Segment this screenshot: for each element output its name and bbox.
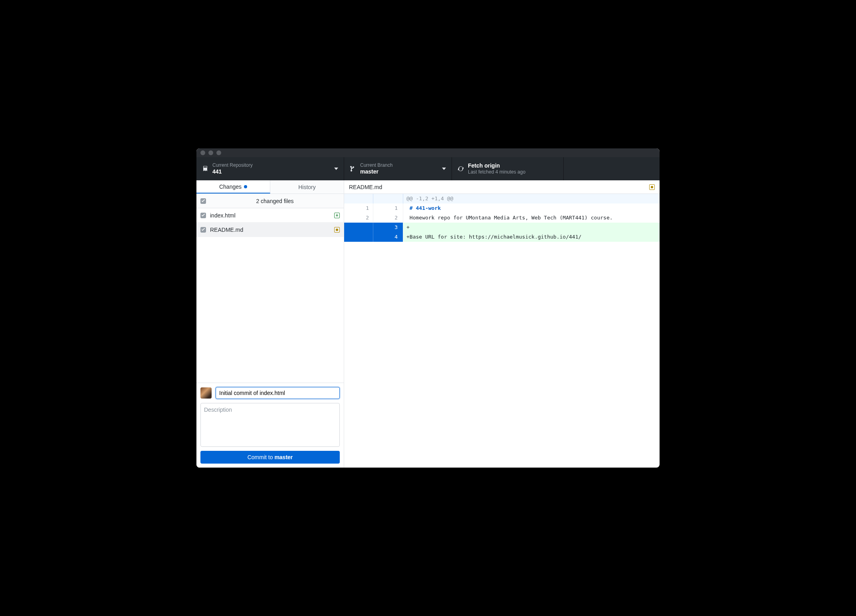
file-row-checkbox[interactable]	[200, 213, 206, 218]
new-line-number: 1	[373, 203, 402, 213]
changes-count: 2 changed files	[210, 198, 340, 204]
file-list: index.html+README.md	[196, 208, 344, 383]
file-row[interactable]: README.md	[196, 223, 344, 237]
diff-gutter: 22	[344, 213, 403, 223]
diff-gutter: 4	[344, 232, 403, 242]
file-row[interactable]: index.html+	[196, 208, 344, 223]
check-icon	[201, 213, 205, 217]
repo-name: 441	[212, 168, 253, 175]
chevron-down-icon	[334, 168, 338, 170]
new-line-number: 2	[373, 213, 402, 223]
tab-history-label: History	[298, 184, 316, 190]
fetch-subtitle: Last fetched 4 minutes ago	[468, 169, 525, 175]
old-line-number	[344, 194, 373, 203]
sidebar-tabs: Changes History	[196, 180, 344, 194]
changes-header: 2 changed files	[196, 194, 344, 208]
tab-changes-label: Changes	[219, 184, 242, 190]
commit-summary-input[interactable]	[216, 387, 340, 399]
repo-icon	[202, 166, 208, 172]
repo-label: Current Repository	[212, 162, 253, 168]
file-row-name: index.html	[210, 212, 330, 219]
app-window: Current Repository 441 Current Branch ma…	[196, 148, 660, 468]
diff-line[interactable]: 22 Homework repo for UMontana Media Arts…	[344, 213, 660, 223]
select-all-checkbox[interactable]	[200, 198, 206, 204]
branch-dropdown[interactable]: Current Branch master	[344, 157, 452, 180]
chevron-down-icon	[442, 168, 446, 170]
tab-history[interactable]: History	[270, 180, 344, 193]
branch-icon	[350, 166, 356, 172]
repo-dropdown[interactable]: Current Repository 441	[196, 157, 344, 180]
changes-indicator-dot	[244, 185, 247, 188]
diff-code: # 441-work	[403, 203, 660, 213]
branch-label: Current Branch	[360, 162, 392, 168]
new-line-number: 3	[373, 223, 402, 232]
fetch-button[interactable]: Fetch origin Last fetched 4 minutes ago	[452, 157, 564, 180]
titlebar[interactable]	[196, 148, 660, 157]
diff-gutter: 3	[344, 223, 403, 232]
diff-code: +	[403, 223, 660, 232]
old-line-number: 2	[344, 213, 373, 223]
file-row-name: README.md	[210, 227, 330, 233]
modified-badge	[334, 227, 340, 233]
diff-file-status-badge	[649, 184, 655, 190]
new-line-number: 4	[373, 232, 402, 242]
commit-button-prefix: Commit to	[248, 454, 275, 460]
minimize-window-button[interactable]	[208, 150, 213, 155]
commit-description-input[interactable]	[200, 403, 340, 447]
diff-code: @@ -1,2 +1,4 @@	[403, 194, 660, 203]
new-line-number	[373, 194, 402, 203]
tab-changes[interactable]: Changes	[196, 180, 270, 193]
sidebar: Changes History 2 changed files index.ht…	[196, 180, 344, 468]
added-badge: +	[334, 213, 340, 218]
diff-gutter: 11	[344, 203, 403, 213]
diff-line[interactable]: 3+	[344, 223, 660, 232]
old-line-number	[344, 223, 373, 232]
file-row-checkbox[interactable]	[200, 227, 206, 233]
avatar	[200, 387, 212, 399]
toolbar: Current Repository 441 Current Branch ma…	[196, 157, 660, 180]
diff-header: README.md	[344, 180, 660, 194]
old-line-number	[344, 232, 373, 242]
close-window-button[interactable]	[200, 150, 205, 155]
old-line-number: 1	[344, 203, 373, 213]
check-icon	[201, 228, 205, 232]
diff-line[interactable]: 11 # 441-work	[344, 203, 660, 213]
check-icon	[201, 199, 205, 203]
diff-filename: README.md	[349, 184, 382, 190]
commit-button[interactable]: Commit to master	[200, 451, 340, 464]
toolbar-trailing	[564, 157, 660, 180]
diff-line[interactable]: 4+Base URL for site: https://michaelmusi…	[344, 232, 660, 242]
diff-panel: README.md @@ -1,2 +1,4 @@11 # 441-work22…	[344, 180, 660, 468]
sync-icon	[458, 166, 464, 172]
fetch-title: Fetch origin	[468, 162, 525, 169]
diff-gutter	[344, 194, 403, 203]
diff-code: Homework repo for UMontana Media Arts, W…	[403, 213, 660, 223]
branch-name: master	[360, 168, 392, 175]
diff-body[interactable]: @@ -1,2 +1,4 @@11 # 441-work22 Homework …	[344, 194, 660, 468]
commit-panel: Commit to master	[196, 383, 344, 468]
commit-button-branch: master	[274, 454, 293, 460]
diff-code: +Base URL for site: https://michaelmusic…	[403, 232, 660, 242]
zoom-window-button[interactable]	[216, 150, 221, 155]
diff-line[interactable]: @@ -1,2 +1,4 @@	[344, 194, 660, 203]
